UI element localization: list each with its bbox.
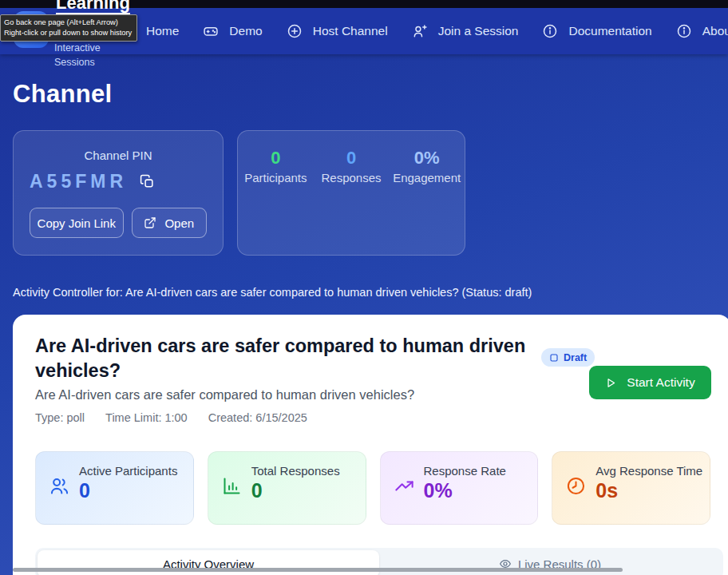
meta-created: Created: 6/15/2025 bbox=[208, 411, 307, 424]
main-nav: Home Demo Host Channel Join a Session Do… bbox=[120, 8, 728, 54]
tooltip-line-2: Right-click or pull down to show history bbox=[4, 28, 132, 38]
open-button[interactable]: Open bbox=[132, 208, 207, 238]
nav-label: About bbox=[702, 24, 728, 38]
engagement-stat: 0% Engagement bbox=[389, 148, 465, 255]
info-circle-icon bbox=[676, 23, 692, 39]
brand-subtitle-line1: Interactive bbox=[54, 42, 101, 56]
channel-stats-card: 0 Participants 0 Responses 0% Engagement bbox=[237, 130, 465, 256]
responses-stat: 0 Responses bbox=[314, 148, 390, 255]
total-responses-card: Total Responses 0 bbox=[208, 451, 366, 525]
trending-up-icon bbox=[394, 475, 415, 524]
nav-label: Home bbox=[146, 24, 179, 38]
copy-join-link-label: Copy Join Link bbox=[38, 216, 116, 230]
nav-item-demo[interactable]: Demo bbox=[203, 23, 262, 39]
stat-value: 0 bbox=[251, 479, 340, 502]
responses-value: 0 bbox=[314, 148, 390, 169]
draft-square-icon bbox=[549, 353, 559, 363]
plus-circle-icon bbox=[287, 23, 303, 39]
clipped-brand-title: Learning bbox=[56, 0, 130, 15]
play-icon bbox=[605, 377, 617, 389]
users-icon bbox=[49, 475, 70, 524]
tooltip-line-1: Go back one page (Alt+Left Arrow) bbox=[4, 18, 132, 28]
nav-item-about[interactable]: About bbox=[676, 23, 728, 39]
participants-label: Participants bbox=[238, 171, 314, 184]
meta-type: Type: poll bbox=[35, 411, 85, 424]
response-rate-card: Response Rate 0% bbox=[380, 451, 539, 525]
stat-value: 0 bbox=[79, 479, 177, 502]
start-activity-label: Start Activity bbox=[627, 375, 694, 390]
status-badge: Draft bbox=[541, 348, 595, 367]
nav-label: Join a Session bbox=[438, 24, 519, 38]
stat-value: 0s bbox=[595, 479, 702, 502]
channel-pin-card: Channel PIN A55FMR Copy Join Link Open bbox=[13, 130, 224, 256]
nav-label: Host Channel bbox=[313, 24, 388, 38]
activity-meta: Type: poll Time Limit: 1:00 Created: 6/1… bbox=[35, 411, 307, 424]
nav-label: Documentation bbox=[568, 24, 651, 38]
copy-join-link-button[interactable]: Copy Join Link bbox=[30, 208, 124, 238]
info-circle-icon bbox=[542, 23, 558, 39]
stat-label: Active Participants bbox=[79, 464, 177, 478]
avg-response-time-card: Avg Response Time 0s bbox=[552, 451, 710, 525]
external-link-icon bbox=[144, 216, 156, 229]
participants-value: 0 bbox=[238, 148, 314, 169]
nav-item-host-channel[interactable]: Host Channel bbox=[287, 23, 388, 39]
nav-label: Demo bbox=[229, 24, 262, 38]
brand-subtitle: Interactive Sessions bbox=[54, 42, 101, 69]
responses-label: Responses bbox=[314, 171, 390, 184]
activity-subtitle: Are AI-driven cars are safer compared to… bbox=[35, 387, 414, 402]
copy-pin-icon[interactable] bbox=[140, 174, 155, 189]
channel-pin-value: A55FMR bbox=[30, 171, 127, 192]
bar-chart-icon bbox=[221, 475, 243, 524]
activity-card: Are AI-driven cars are safer compared to… bbox=[13, 315, 728, 575]
activity-stat-grid: Active Participants 0 Total Responses 0 … bbox=[35, 451, 710, 525]
clock-icon bbox=[565, 475, 587, 524]
nav-item-join-session[interactable]: Join a Session bbox=[412, 23, 519, 39]
stat-label: Total Responses bbox=[251, 464, 340, 478]
horizontal-scrollbar-thumb[interactable] bbox=[13, 568, 623, 572]
start-activity-button[interactable]: Start Activity bbox=[589, 366, 711, 399]
channel-pin-label: Channel PIN bbox=[14, 149, 223, 162]
stat-value: 0% bbox=[424, 479, 506, 502]
stat-label: Response Rate bbox=[424, 464, 506, 478]
meta-time-limit: Time Limit: 1:00 bbox=[105, 411, 188, 424]
brand-subtitle-line2: Sessions bbox=[54, 56, 101, 70]
activity-controller-line: Activity Controller for: Are AI-driven c… bbox=[13, 286, 532, 299]
engagement-value: 0% bbox=[389, 148, 465, 169]
browser-back-tooltip: Go back one page (Alt+Left Arrow) Right-… bbox=[0, 14, 137, 42]
nav-item-documentation[interactable]: Documentation bbox=[542, 23, 651, 39]
participants-stat: 0 Participants bbox=[238, 148, 314, 255]
gamepad-icon bbox=[203, 23, 219, 39]
open-label: Open bbox=[164, 216, 194, 230]
user-plus-icon bbox=[412, 23, 428, 39]
status-badge-label: Draft bbox=[564, 352, 587, 363]
active-participants-card: Active Participants 0 bbox=[35, 451, 194, 525]
page-title: Channel bbox=[13, 80, 112, 109]
engagement-label: Engagement bbox=[389, 171, 465, 184]
stat-label: Avg Response Time bbox=[595, 464, 702, 478]
activity-title: Are AI-driven cars are safer compared to… bbox=[35, 334, 550, 383]
